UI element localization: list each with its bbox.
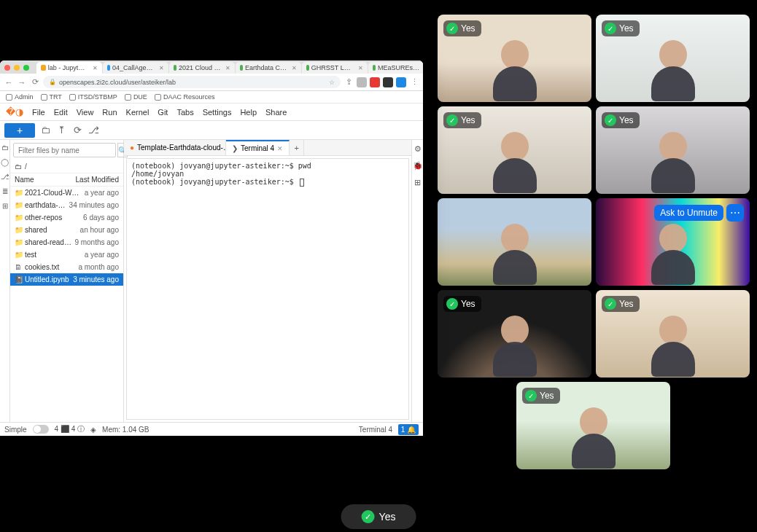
new-launcher-button[interactable]: + bbox=[4, 123, 35, 138]
file-row[interactable]: 📁shared-readwrite9 months ago bbox=[10, 236, 123, 249]
close-tab-icon[interactable]: ✕ bbox=[93, 65, 98, 71]
file-row[interactable]: 📁sharedan hour ago bbox=[10, 224, 123, 236]
participant-tile[interactable] bbox=[438, 198, 591, 286]
file-modified: 9 months ago bbox=[74, 238, 119, 246]
close-icon[interactable] bbox=[4, 65, 10, 71]
toc-tab-icon[interactable]: ≣ bbox=[1, 187, 9, 195]
col-name[interactable]: Name bbox=[15, 176, 34, 184]
extension-icon[interactable] bbox=[370, 77, 380, 87]
zoom-reaction-pill[interactable]: ✓ Yes bbox=[341, 504, 416, 529]
terminal-output[interactable]: (notebook) jovyan@jupyter-asteiker:~$ pw… bbox=[126, 158, 409, 420]
menu-edit[interactable]: Edit bbox=[54, 108, 68, 117]
bookmark-item[interactable]: DUE bbox=[125, 93, 147, 101]
bookmark-item[interactable]: TRT bbox=[41, 93, 62, 101]
ask-to-unmute-button[interactable]: Ask to Unmute bbox=[654, 205, 723, 221]
git-status-icon[interactable]: ◈ bbox=[90, 426, 96, 434]
browser-tabstrip: lab - JupyterLab✕04_CallAgenda | 2020-na… bbox=[34, 60, 423, 74]
bookmark-item[interactable]: DAAC Resources bbox=[155, 93, 215, 101]
more-options-button[interactable]: ⋯ bbox=[726, 204, 744, 222]
simple-mode-toggle[interactable] bbox=[33, 425, 49, 434]
browser-tab[interactable]: GHRSST Level 4 MUR Glob…✕ bbox=[302, 62, 368, 74]
participant-tile[interactable]: ✓Yes bbox=[438, 106, 591, 194]
close-tab-icon[interactable]: ✕ bbox=[277, 145, 283, 152]
participant-tile[interactable]: ✓Yes bbox=[438, 290, 591, 378]
star-icon[interactable]: ☆ bbox=[329, 79, 335, 86]
file-row[interactable]: 📁other-repos6 days ago bbox=[10, 211, 123, 224]
yes-reaction-badge: ✓Yes bbox=[443, 112, 481, 128]
file-name: test bbox=[25, 251, 82, 259]
close-tab-icon[interactable]: ✕ bbox=[159, 65, 164, 71]
debugger-icon[interactable]: 🐞 bbox=[413, 161, 423, 171]
menu-tabs[interactable]: Tabs bbox=[176, 108, 193, 117]
menu-view[interactable]: View bbox=[77, 108, 94, 117]
col-modified[interactable]: Last Modified bbox=[76, 176, 119, 184]
menu-icon[interactable]: ⋮ bbox=[409, 77, 419, 87]
check-icon: ✓ bbox=[525, 390, 537, 402]
document-tabs: ●Template-Earthdata-cloud-…✕❯Terminal 4✕… bbox=[124, 140, 411, 156]
yes-reaction-badge: ✓Yes bbox=[602, 20, 640, 36]
browser-tab[interactable]: Earthdata Cloud Cookbook…✕ bbox=[236, 62, 301, 74]
notification-badge[interactable]: 1 🔔 bbox=[398, 424, 419, 435]
menu-kernel[interactable]: Kernel bbox=[126, 108, 150, 117]
window-controls[interactable] bbox=[0, 62, 34, 72]
menu-settings[interactable]: Settings bbox=[203, 108, 232, 117]
browser-tab[interactable]: MEaSUREs Gridded Sea S…✕ bbox=[368, 62, 423, 74]
menu-help[interactable]: Help bbox=[240, 108, 257, 117]
file-row[interactable]: 🗎cookies.txta month ago bbox=[10, 261, 123, 273]
upload-button[interactable]: ⤒ bbox=[55, 125, 67, 136]
tab-type-icon: ● bbox=[130, 144, 134, 152]
forward-button[interactable]: → bbox=[17, 78, 27, 87]
git-button[interactable]: ⎇ bbox=[88, 125, 99, 136]
participant-avatar bbox=[648, 40, 699, 102]
running-tab-icon[interactable]: ◯ bbox=[1, 157, 9, 166]
participant-tile[interactable]: ✓Yes bbox=[596, 15, 750, 102]
file-list-header[interactable]: Name Last Modified bbox=[10, 173, 123, 187]
close-tab-icon[interactable]: ✕ bbox=[225, 65, 230, 71]
maximize-icon[interactable] bbox=[23, 65, 29, 71]
breadcrumb[interactable]: 🗀 / bbox=[10, 160, 123, 173]
refresh-button[interactable]: ⟳ bbox=[71, 125, 83, 136]
minimize-icon[interactable] bbox=[14, 65, 20, 71]
participant-tile[interactable]: ✓Yes bbox=[596, 290, 750, 378]
participant-tile[interactable]: ✓Yes bbox=[438, 15, 591, 102]
bookmark-item[interactable]: ITSD/STBMP bbox=[69, 93, 117, 101]
git-tab-icon[interactable]: ⎇ bbox=[1, 172, 9, 181]
filebrowser-tab-icon[interactable]: 🗀 bbox=[1, 143, 9, 152]
add-tab-button[interactable]: + bbox=[290, 140, 304, 155]
share-icon[interactable]: ⇪ bbox=[343, 77, 354, 87]
property-inspector-icon[interactable]: ⚙ bbox=[414, 144, 422, 154]
close-tab-icon[interactable]: ✕ bbox=[358, 65, 363, 71]
check-icon: ✓ bbox=[446, 114, 458, 126]
status-right: Terminal 4 bbox=[359, 426, 392, 434]
file-filter-input[interactable] bbox=[13, 143, 116, 157]
bookmark-item[interactable]: Admin bbox=[6, 93, 34, 101]
menu-run[interactable]: Run bbox=[102, 108, 117, 117]
participant-tile[interactable]: ✓Yes bbox=[516, 382, 670, 469]
reload-button[interactable]: ⟳ bbox=[30, 77, 40, 87]
file-row[interactable]: 📓Untitled.ipynb3 minutes ago bbox=[10, 273, 123, 286]
file-row[interactable]: 📁2021-Cloud-Wo…a year ago bbox=[10, 187, 123, 199]
menu-share[interactable]: Share bbox=[265, 108, 287, 117]
document-tab[interactable]: ●Template-Earthdata-cloud-…✕ bbox=[124, 140, 226, 155]
sessions-icon[interactable]: ⊞ bbox=[414, 178, 421, 187]
extension-icon[interactable] bbox=[383, 77, 393, 87]
browser-tab[interactable]: 2021 Cloud Hackathon – e…✕ bbox=[169, 62, 235, 74]
extension-icon[interactable] bbox=[357, 77, 367, 87]
file-row[interactable]: 📁testa year ago bbox=[10, 249, 123, 261]
status-counts: 4 ⬛ 4 ⓘ bbox=[55, 424, 85, 434]
new-folder-button[interactable]: 🗀 bbox=[39, 125, 51, 136]
document-tab[interactable]: ❯Terminal 4✕ bbox=[226, 140, 290, 155]
browser-tab[interactable]: 04_CallAgenda | 2020-nas…✕ bbox=[103, 62, 168, 74]
file-row[interactable]: 📁earthdata-clou…34 minutes ago bbox=[10, 199, 123, 211]
extension-icon[interactable] bbox=[396, 77, 406, 87]
browser-tab[interactable]: lab - JupyterLab✕ bbox=[36, 62, 102, 74]
menu-git[interactable]: Git bbox=[158, 108, 168, 117]
participant-tile[interactable]: Ask to Unmute⋯ bbox=[596, 198, 750, 286]
menu-file[interactable]: File bbox=[32, 108, 45, 117]
close-tab-icon[interactable]: ✕ bbox=[292, 65, 297, 71]
back-button[interactable]: ← bbox=[4, 78, 14, 87]
extensions-tab-icon[interactable]: ⊞ bbox=[1, 201, 9, 210]
participant-tile[interactable]: ✓Yes bbox=[596, 106, 750, 194]
jupyter-logo-icon[interactable]: �◑ bbox=[6, 106, 23, 117]
address-bar[interactable]: 🔒 openscapes.2i2c.cloud/user/asteiker/la… bbox=[43, 76, 341, 88]
